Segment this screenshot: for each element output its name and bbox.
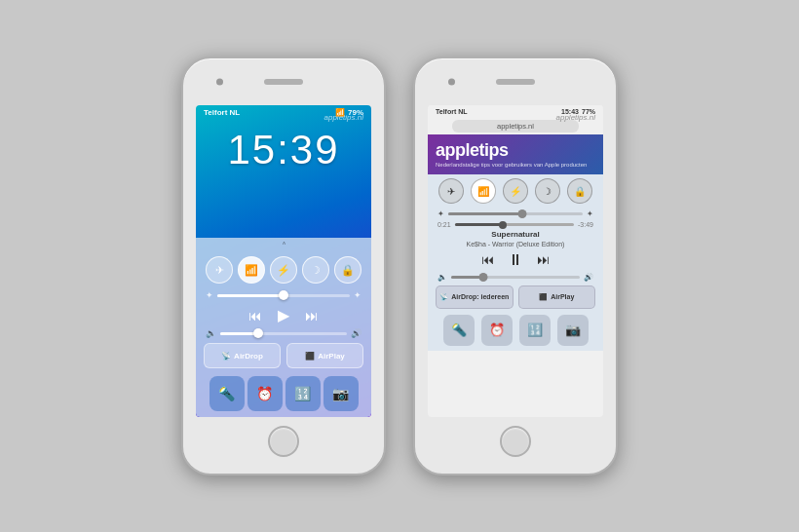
- airdrop-label-right: AirDrop: iedereen: [451, 293, 509, 300]
- wifi-btn-right[interactable]: 📶: [471, 178, 496, 204]
- phone-top-right: [415, 58, 616, 105]
- timing-start: 0:21: [438, 221, 451, 228]
- brightness-low-icon-r: ✦: [438, 209, 444, 218]
- airplay-btn-right[interactable]: ⬛ AirPlay: [518, 285, 596, 309]
- airdrop-icon-left: 📡: [221, 352, 231, 361]
- clock-btn-left[interactable]: ⏰: [247, 376, 283, 411]
- vol-track-left[interactable]: [220, 332, 347, 335]
- camera-btn-right[interactable]: 📷: [557, 315, 589, 346]
- watermark-right: appletips.nl: [556, 113, 595, 122]
- pause-btn-right[interactable]: ⏸: [508, 251, 523, 269]
- airplay-label-right: AirPlay: [551, 293, 574, 300]
- clock-display: 15:39: [196, 120, 371, 178]
- tools-row-right: 🔦 ⏰ 🔢 📷: [428, 312, 603, 351]
- control-center-left: ˄ ✈ 📶 ⚡ ☽ 🔒 ✦ ✦ ⏮: [196, 238, 371, 417]
- track-name: Supernatural: [436, 230, 595, 240]
- brightness-low-icon: ✦: [206, 290, 213, 300]
- carrier-right: Telfort NL: [436, 108, 468, 115]
- flashlight-btn-left[interactable]: 🔦: [209, 376, 245, 411]
- phone-left: appletips.nl Telfort NL 📶 79% 15:39 ˄ ✈ …: [181, 57, 386, 475]
- brightness-track-right[interactable]: [448, 212, 583, 215]
- speaker-right: [496, 79, 535, 85]
- vol-high-icon-left: 🔊: [351, 328, 361, 338]
- speaker-left: [264, 79, 303, 85]
- cc-buttons-right: ✈ 📶 ⚡ ☽ 🔒: [428, 174, 603, 208]
- home-button-right[interactable]: [500, 426, 531, 457]
- lock-btn-right[interactable]: 🔒: [567, 178, 592, 204]
- bluetooth-btn-left[interactable]: ⚡: [270, 256, 297, 284]
- phone-bottom-right: [415, 417, 616, 466]
- camera-left: [216, 79, 223, 86]
- volume-slider-right: 🔈 🔊: [428, 272, 603, 283]
- media-controls-left: ⏮ ▶ ⏭: [196, 303, 371, 327]
- brightness-slider-left: ✦ ✦: [196, 287, 371, 303]
- next-btn-left[interactable]: ⏭: [305, 308, 319, 323]
- airplane-btn-right[interactable]: ✈: [438, 178, 464, 204]
- airplay-label-left: AirPlay: [318, 352, 345, 361]
- brightness-slider-right: ✦ ✦: [428, 208, 603, 220]
- media-controls-right: ⏮ ⏸ ⏭: [428, 248, 603, 272]
- airplay-icon-right: ⬛: [539, 293, 548, 301]
- timing-row-right: 0:21 -3:49: [428, 220, 603, 229]
- prev-btn-left[interactable]: ⏮: [248, 308, 262, 323]
- play-btn-left[interactable]: ▶: [278, 306, 289, 324]
- airdrop-label-left: AirDrop: [234, 352, 263, 361]
- track-info-right: Supernatural Ke$ha - Warrior (Deluxe Edi…: [428, 229, 603, 247]
- cc-handle-left: ˄: [196, 238, 371, 252]
- tools-row-left: 🔦 ⏰ 🔢 📷: [196, 372, 371, 417]
- appletips-banner: appletips Nederlandstalige tips voor geb…: [428, 134, 603, 174]
- home-button-left[interactable]: [268, 426, 299, 457]
- vol-low-icon-right: 🔈: [438, 273, 447, 282]
- next-btn-right[interactable]: ⏭: [537, 252, 550, 267]
- screen-left: appletips.nl Telfort NL 📶 79% 15:39 ˄ ✈ …: [196, 105, 371, 417]
- moon-btn-right[interactable]: ☽: [535, 178, 560, 204]
- appletips-title: appletips: [436, 140, 595, 161]
- airplay-icon-left: ⬛: [305, 352, 315, 361]
- calc-btn-left[interactable]: 🔢: [285, 376, 321, 411]
- airplay-btn-left[interactable]: ⬛ AirPlay: [286, 343, 363, 368]
- airplane-btn-left[interactable]: ✈: [206, 256, 233, 284]
- clock-btn-right[interactable]: ⏰: [481, 315, 513, 346]
- screen-right: appletips.nl Telfort NL 15:43 77% applet…: [428, 105, 603, 417]
- brightness-high-icon: ✦: [354, 290, 361, 300]
- vol-track-right[interactable]: [451, 276, 580, 279]
- vol-high-icon-right: 🔊: [584, 273, 593, 282]
- control-center-right: ✈ 📶 ⚡ ☽ 🔒 ✦ ✦ 0:21: [428, 174, 603, 350]
- lock-btn-left[interactable]: 🔒: [334, 256, 361, 284]
- clock-time: 15:39: [196, 130, 371, 171]
- appletips-subtitle: Nederlandstalige tips voor gebruikers va…: [436, 161, 595, 169]
- phone-bottom-left: [183, 417, 384, 466]
- phone-right: appletips.nl Telfort NL 15:43 77% applet…: [413, 57, 618, 475]
- track-artist: Ke$ha - Warrior (Deluxe Edition): [436, 241, 595, 247]
- airdrop-btn-right[interactable]: 📡 AirDrop: iedereen: [436, 285, 514, 309]
- scene: appletips.nl Telfort NL 📶 79% 15:39 ˄ ✈ …: [181, 57, 618, 475]
- timing-end: -3:49: [578, 221, 593, 228]
- airdrop-btn-left[interactable]: 📡 AirDrop: [204, 343, 281, 368]
- brightness-high-icon-r: ✦: [587, 209, 593, 218]
- brightness-track-left[interactable]: [217, 294, 350, 297]
- share-row-right: 📡 AirDrop: iedereen ⬛ AirPlay: [428, 283, 603, 312]
- bluetooth-btn-right[interactable]: ⚡: [503, 178, 528, 204]
- cc-buttons-left: ✈ 📶 ⚡ ☽ 🔒: [196, 252, 371, 287]
- share-row-left: 📡 AirDrop ⬛ AirPlay: [196, 339, 371, 372]
- calc-btn-right[interactable]: 🔢: [519, 315, 551, 346]
- watermark-left: appletips.nl: [324, 113, 363, 122]
- camera-right: [448, 79, 455, 86]
- volume-slider-left: 🔈 🔊: [196, 327, 371, 339]
- flashlight-btn-right[interactable]: 🔦: [443, 315, 475, 346]
- vol-low-icon-left: 🔈: [206, 328, 216, 338]
- phone-top-left: [183, 58, 384, 105]
- wifi-btn-left[interactable]: 📶: [238, 256, 265, 284]
- camera-btn-left[interactable]: 📷: [323, 376, 359, 411]
- moon-btn-left[interactable]: ☽: [302, 256, 329, 284]
- airdrop-icon-right: 📡: [439, 293, 448, 301]
- carrier-left: Telfort NL: [204, 108, 240, 117]
- prev-btn-right[interactable]: ⏮: [481, 252, 494, 267]
